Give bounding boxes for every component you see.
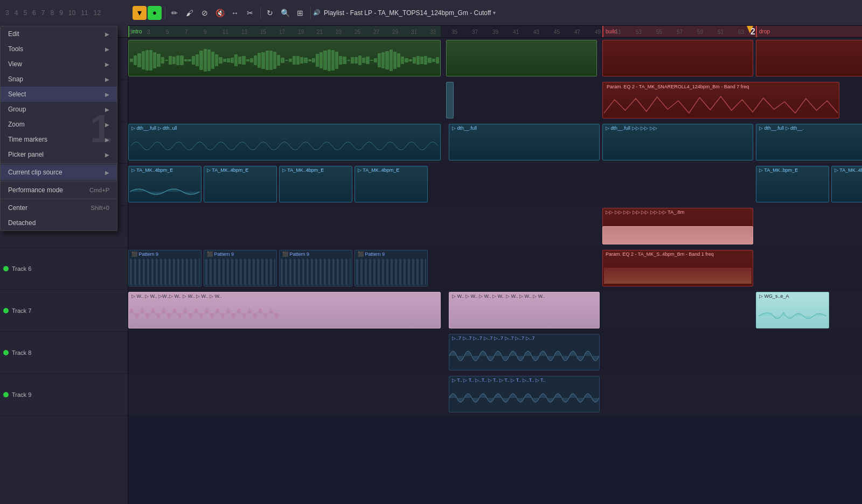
clip-t4-4[interactable]: ▷ TA_MK..4bpm_E (354, 166, 428, 202)
menu-item-snap[interactable]: Snap ▶ (1, 72, 117, 87)
clip-t7-2[interactable]: ▷ W.. ▷ W.. ▷ W.. ▷ W.. ▷ W.. ▷ W.. ▷ W.… (449, 292, 600, 328)
top-number: 8 (50, 9, 54, 17)
clip-t4-6-label: ▷ TA_MK..4bpm_E (833, 167, 862, 173)
menu-item-select-arrow: ▶ (105, 92, 109, 97)
separator2 (260, 6, 261, 19)
menu-item-view[interactable]: View ▶ (1, 57, 117, 72)
menu-item-time-markers[interactable]: Time markers ▶ (1, 132, 117, 147)
clip-t1-2[interactable] (446, 40, 597, 76)
clip-t4-2[interactable]: ▷ TA_MK..4bpm_E (204, 166, 277, 202)
clip-t6-5[interactable]: Param. EQ 2 - TA_MK_S..4bpm_Bm - Band 1 … (602, 250, 753, 286)
clip-t6-1-label: ⬛ Pattern 9 (130, 251, 200, 257)
clip-t2-small[interactable] (446, 82, 454, 118)
clip-t6-3[interactable]: ⬛ Pattern 9 (279, 250, 352, 286)
separator3 (310, 6, 311, 19)
clip-t6-2[interactable]: ⬛ Pattern 9 (204, 250, 277, 286)
menu-item-edit[interactable]: Edit ▶ (1, 26, 117, 41)
pink-wave (129, 300, 440, 327)
clip-t7-3[interactable]: ▷ WG_s..e_A (756, 292, 829, 328)
ruler: ◀◀ 〜 ⌘ STEP ● SLIDE ● intro build drop 2… (0, 26, 862, 38)
track-name-7: Track 7 (12, 307, 124, 314)
clip-t9-1[interactable]: ▷ T.. ▷ T.. ▷..T.. ▷ T.. ▷ T.. ▷ T.. ▷..… (449, 376, 600, 412)
ruler-num: 63 (738, 29, 744, 34)
menu-item-tools[interactable]: Tools ▶ (1, 41, 117, 57)
snap-button[interactable]: ⊞ (293, 6, 307, 20)
clip-t3-1-label: ▷ dth__.full ▷ dth..ull (130, 125, 439, 131)
clip-t8-1-label: ▷..7 ▷..7 ▷..7 ▷..7 ▷..7 ▷..7 ▷..7 ▷..7 (450, 335, 598, 341)
menu-separator-1 (1, 163, 117, 164)
clip-t5-1-label: ▷▷ ▷▷ ▷▷ ▷▷ ▷▷ ▷▷ ▷▷ TA_.8m (604, 209, 752, 215)
menu-item-zoom-label: Zoom (8, 121, 25, 128)
clip-t6-5-label: Param. EQ 2 - TA_MK_S..4bpm_Bm - Band 1 … (604, 251, 752, 257)
ruler-num: 17 (279, 29, 285, 34)
clip-t3-2[interactable]: ▷ dth__.full (449, 124, 600, 160)
clip-t4-5[interactable]: ▷ TA_MK..bpm_E (756, 166, 829, 202)
menu-item-picker-panel-label: Picker panel (8, 151, 44, 158)
menu-item-center-shortcut: Shift+0 (91, 205, 109, 211)
menu-item-snap-label: Snap (8, 75, 23, 83)
menu-item-detached[interactable]: Detached (1, 215, 117, 230)
clip-t3-4-label: ▷ dth__.full ▷ dth__. (757, 125, 862, 131)
ruler-num: 55 (656, 29, 662, 34)
clip-t4-3[interactable]: ▷ TA_MK..4bpm_E (279, 166, 352, 202)
top-number: 10 (68, 9, 75, 17)
intro-label: intro (131, 29, 142, 34)
top-number: 6 (32, 9, 36, 17)
clip-t4-1[interactable]: ▷ TA_MK..4bpm_E (128, 166, 201, 202)
paint-tool[interactable]: 🖌 (183, 6, 197, 20)
clip-t1-4[interactable] (756, 40, 862, 76)
clip-t5-2[interactable] (602, 226, 753, 244)
menu-button[interactable]: ▾ (133, 6, 147, 20)
mute-tool[interactable]: 🔇 (213, 6, 227, 20)
erase-tool[interactable]: ⊘ (198, 6, 212, 20)
track-row-2: Param. EQ 2 - TA_MK_SNAREROLL4_124bpm_Bm… (128, 80, 862, 122)
slip-tool[interactable]: ↔ (228, 6, 242, 20)
clip-t3-3[interactable]: ▷ dth__.full ▷▷ ▷▷ ▷▷ (602, 124, 753, 160)
record-button[interactable]: ● (148, 6, 162, 20)
menu-item-performance-mode[interactable]: Performance mode Cmd+P (1, 183, 117, 198)
menu-item-performance-mode-shortcut: Cmd+P (89, 187, 109, 193)
menu-separator-3 (1, 199, 117, 199)
menu-item-current-clip-source-label: Current clip source (8, 169, 62, 176)
clip-t7-1[interactable]: ▷ W.. ▷ W.. ▷W..▷ W.. ▷ W.. ▷ W.. ▷ W.. (128, 292, 441, 328)
zoom-button[interactable]: 🔍 (278, 6, 292, 20)
ruler-num: 31 (411, 29, 417, 34)
menu-item-picker-panel[interactable]: Picker panel ▶ (1, 147, 117, 162)
track-header-6: Track 6 (0, 248, 128, 290)
clip-t2-1[interactable]: Param. EQ 2 - TA_MK_SNAREROLL4_124bpm_Bm… (602, 82, 839, 118)
clip-t3-3-label: ▷ dth__.full ▷▷ ▷▷ ▷▷ (604, 125, 752, 131)
slice-tool[interactable]: ✂ (243, 6, 257, 20)
dropdown-menu[interactable]: 1 Edit ▶ Tools ▶ View ▶ Snap ▶ Select ▶ … (0, 26, 117, 231)
clip-t8-1[interactable]: ▷..7 ▷..7 ▷..7 ▷..7 ▷..7 ▷..7 ▷..7 ▷..7 (449, 334, 600, 370)
top-number: 12 (94, 9, 101, 17)
ruler-num: 19 (298, 29, 304, 34)
clip-t6-4[interactable]: ⬛ Pattern 9 (354, 250, 428, 286)
track-row-8: ▷..7 ▷..7 ▷..7 ▷..7 ▷..7 ▷..7 ▷..7 ▷..7 (128, 332, 862, 374)
playlist-title: Playlist - Fast LP - TA_MK_TOPS14_124bpm… (324, 9, 491, 17)
clip-t1-1[interactable]: for(let i=0;i<80;i++){document.write('<d… (128, 40, 441, 76)
ruler-num: 59 (697, 29, 703, 34)
clip-t3-1[interactable]: ▷ dth__.full ▷ dth..ull (128, 124, 441, 160)
menu-item-group[interactable]: Group ▶ (1, 102, 117, 117)
clip-t6-1[interactable]: ⬛ Pattern 9 (128, 250, 201, 286)
clip-t4-2-label: ▷ TA_MK..4bpm_E (205, 167, 275, 173)
menu-item-zoom[interactable]: Zoom ▶ (1, 117, 117, 132)
loop-button[interactable]: ↻ (263, 6, 277, 20)
menu-item-center[interactable]: Center Shift+0 (1, 200, 117, 215)
clip-t7-1-label: ▷ W.. ▷ W.. ▷W..▷ W.. ▷ W.. ▷ W.. ▷ W.. (130, 293, 439, 299)
clip-t4-6[interactable]: ▷ TA_MK..4bpm_E (831, 166, 862, 202)
top-number: 3 (5, 9, 9, 17)
clip-t3-4[interactable]: ▷ dth__.full ▷ dth__. (756, 124, 862, 160)
ruler-num: 25 (354, 29, 360, 34)
menu-item-edit-arrow: ▶ (105, 31, 109, 37)
track-name-6: Track 6 (12, 265, 124, 272)
ruler-num: 5 (166, 29, 169, 34)
draw-tool[interactable]: ✏ (168, 6, 182, 20)
menu-item-select[interactable]: Select ▶ (1, 87, 117, 102)
track-row-7: ▷ W.. ▷ W.. ▷W..▷ W.. ▷ W.. ▷ W.. ▷ W.. … (128, 290, 862, 332)
track-row-9: ▷ T.. ▷ T.. ▷..T.. ▷ T.. ▷ T.. ▷ T.. ▷..… (128, 374, 862, 416)
clip-t6-2-label: ⬛ Pattern 9 (205, 251, 275, 257)
menu-item-current-clip-source[interactable]: Current clip source ▶ (1, 165, 117, 180)
ruler-num: 13 (241, 29, 247, 34)
clip-t1-3[interactable] (602, 40, 753, 76)
